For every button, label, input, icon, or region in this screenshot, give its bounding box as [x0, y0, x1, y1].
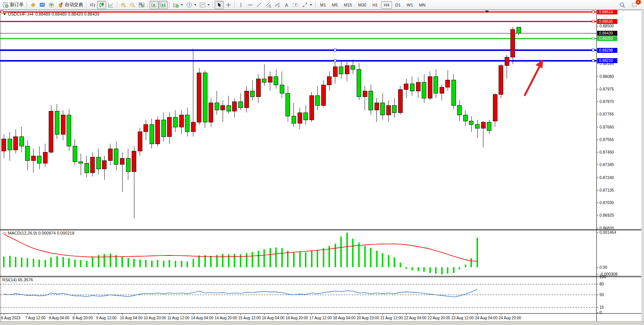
new-order-icon	[3, 2, 9, 8]
quotes-button[interactable]	[29, 1, 38, 9]
svg-text:0.86925: 0.86925	[599, 213, 614, 217]
svg-text:16 Aug 20:00: 16 Aug 20:00	[285, 316, 308, 320]
hline-icon	[247, 2, 253, 8]
label-button[interactable]: T	[291, 1, 300, 9]
autotrade-button[interactable]: 自动交易	[56, 1, 84, 9]
candle-chart-mode-button[interactable]	[97, 1, 106, 9]
svg-text:0.87345: 0.87345	[599, 162, 614, 167]
timeframe-MN-button[interactable]: MN	[416, 1, 428, 9]
templates-button[interactable]	[198, 1, 211, 9]
bar-chart-mode-button[interactable]	[88, 1, 97, 9]
zoom-in-button[interactable]	[119, 1, 128, 9]
indicators-button[interactable]	[171, 1, 185, 9]
chart-title: USDCHF-,H4 0.88489 0.88489 0.88420 0.884…	[3, 12, 99, 16]
horizontal-lines-layer[interactable]	[0, 11, 596, 62]
price-level-badge: 0.88393	[597, 36, 617, 41]
dropdown-caret-icon	[310, 4, 312, 6]
status-bar	[0, 321, 644, 325]
signals-icon	[48, 2, 54, 8]
dropdown-caret-icon	[207, 4, 210, 6]
svg-text:16 Aug 04:00: 16 Aug 04:00	[262, 316, 284, 320]
candle-chart-icon	[99, 2, 105, 8]
vline-icon	[238, 2, 244, 8]
chart-shift-button[interactable]	[159, 1, 168, 9]
timeframe-group: M1M5M15M30H1H4D1W1MN	[317, 1, 429, 9]
timeframe-M1-button[interactable]: M1	[317, 1, 328, 9]
line-chart-icon	[108, 2, 114, 8]
tile-windows-button[interactable]	[137, 1, 146, 9]
arrows-button[interactable]	[300, 1, 314, 9]
zoom-out-button[interactable]	[128, 1, 137, 9]
svg-text:0.87555: 0.87555	[599, 137, 614, 142]
fibo-icon: F	[274, 2, 281, 8]
new-order-button[interactable]: 新订单	[1, 1, 25, 9]
timeframe-D1-button[interactable]: D1	[393, 1, 403, 9]
svg-text:50: 50	[599, 292, 604, 297]
svg-text:0.87975: 0.87975	[599, 87, 614, 91]
svg-text:8 Aug 04:00: 8 Aug 04:00	[49, 316, 69, 320]
annotation-arrow[interactable]	[524, 59, 543, 96]
rsi-indicator-label: RSI(14) 65.3576	[2, 277, 33, 282]
hline-button[interactable]	[245, 1, 255, 9]
svg-text:14 Aug 04:00: 14 Aug 04:00	[191, 316, 214, 320]
svg-text:18 Aug 04:00: 18 Aug 04:00	[333, 316, 355, 320]
rsi-pane	[0, 284, 596, 308]
periods-icon	[186, 2, 192, 8]
svg-text:8 Aug 20:00: 8 Aug 20:00	[73, 316, 93, 320]
price-level-badge: 0.88298	[597, 48, 617, 53]
svg-text:23 Aug 12:00: 23 Aug 12:00	[451, 316, 474, 320]
toolbar-separator	[315, 2, 316, 8]
svg-text:9 Aug 12:00: 9 Aug 12:00	[96, 316, 117, 320]
svg-text:15: 15	[599, 305, 604, 309]
vline-button[interactable]	[236, 1, 245, 9]
dropdown-caret-icon	[194, 4, 196, 6]
timeframe-M15-button[interactable]: M15	[341, 1, 355, 9]
dropdown-caret-icon	[181, 4, 183, 6]
notification-badge: 1	[635, 0, 641, 5]
bars-chart-icon	[89, 2, 96, 8]
search-button[interactable]	[618, 1, 627, 9]
timeframe-H4-button[interactable]: H4	[381, 1, 392, 9]
svg-text:0.87135: 0.87135	[599, 188, 614, 192]
timeframe-W1-button[interactable]: W1	[404, 1, 416, 9]
svg-text:17 Aug 12:00: 17 Aug 12:00	[309, 316, 332, 320]
svg-text:F: F	[278, 5, 280, 8]
line-chart-mode-button[interactable]	[106, 1, 115, 9]
toolbar-separator	[86, 2, 86, 8]
search-icon	[619, 2, 625, 8]
auto-scroll-button[interactable]	[150, 1, 159, 9]
svg-text:0.001464: 0.001464	[599, 230, 616, 235]
timeframe-M30-button[interactable]: M30	[355, 1, 369, 9]
svg-text:E: E	[269, 5, 271, 8]
quotes-icon	[30, 2, 36, 8]
macd-line-sample-icon	[2, 231, 7, 235]
svg-text:10 Aug 20:00: 10 Aug 20:00	[143, 316, 166, 320]
signals-button[interactable]	[47, 1, 56, 9]
svg-text:0.87765: 0.87765	[599, 112, 614, 116]
timeframe-M5-button[interactable]: M5	[329, 1, 340, 9]
svg-text:22 Aug 04:00: 22 Aug 04:00	[404, 316, 426, 320]
text-button[interactable]: A	[282, 1, 291, 9]
svg-text:10 Aug 04:00: 10 Aug 04:00	[120, 316, 142, 320]
svg-text:22 Aug 20:00: 22 Aug 20:00	[428, 316, 450, 320]
periods-menu-button[interactable]	[185, 1, 198, 9]
notifications-button[interactable]: 1	[630, 1, 639, 9]
timeframe-H1-button[interactable]: H1	[370, 1, 380, 9]
price-level-badge: 0.88210	[597, 58, 617, 63]
chart-ohlc-quote: 0.88489 0.88489 0.88420 0.88439	[35, 12, 99, 16]
svg-text:A: A	[285, 2, 288, 8]
macd-indicator-label: MACD(12,26,9) 0.000974 0.000218	[2, 231, 74, 235]
channel-button[interactable]: E	[264, 1, 273, 9]
chart-shift-icon	[160, 2, 166, 8]
svg-text:0.00: 0.00	[599, 265, 607, 270]
cursor-button[interactable]	[215, 1, 224, 9]
fibonacci-button[interactable]: F	[273, 1, 282, 9]
svg-text:15 Aug 12:00: 15 Aug 12:00	[238, 316, 261, 320]
svg-text:0.87870: 0.87870	[599, 99, 614, 104]
trendline-button[interactable]	[255, 1, 264, 9]
crosshair-button[interactable]	[224, 1, 233, 9]
svg-text:24 Aug 20:00: 24 Aug 20:00	[499, 316, 521, 320]
market-watch-button[interactable]	[38, 1, 47, 9]
market-watch-icon	[39, 2, 45, 8]
trendline-icon	[256, 2, 262, 8]
